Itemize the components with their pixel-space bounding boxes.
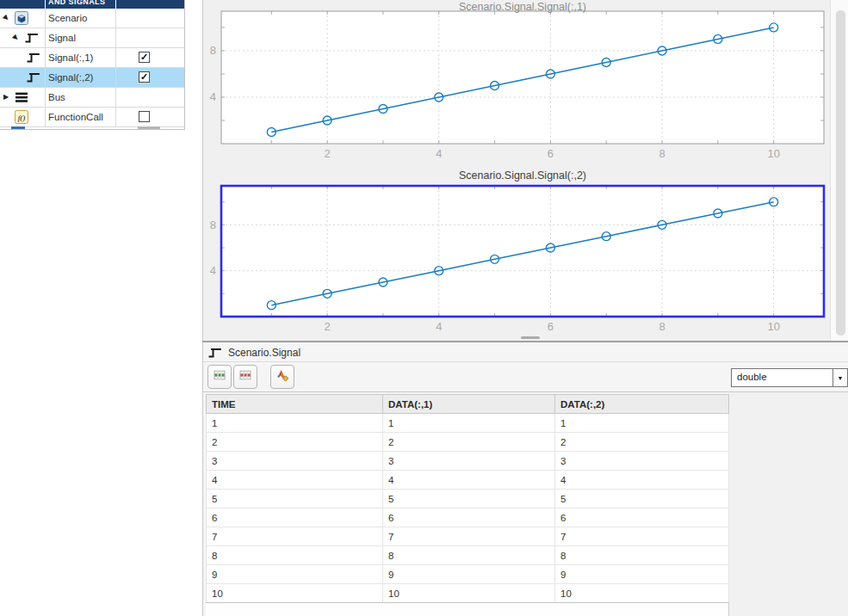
tree-row-functioncall[interactable]: f()FunctionCall [0,108,184,127]
table-cell[interactable]: 6 [555,508,729,527]
table-column-header[interactable]: TIME [207,395,383,414]
signal-step-icon [27,71,40,84]
tree-row-check-cell [116,108,184,126]
signal-inspector-panel: Scenario.Signal double ▼ TIMEDATA(:,1)DA… [202,342,848,616]
table-column-header[interactable]: DATA(:,1) [383,395,555,414]
table-cell[interactable]: 10 [207,584,383,603]
splitter-grip-icon[interactable] [521,336,540,339]
scenarios-and-signals-tree: AND SIGNALS ▶Scenario▶SignalSignal(:,1)✓… [0,0,185,130]
table-cell[interactable]: 8 [383,546,555,565]
expander-expanded-icon[interactable]: ▶ [2,14,10,22]
tree-row-icons [0,68,46,87]
tree-row-label: FunctionCall [46,108,116,126]
tree-row-label: Signal [46,28,116,47]
tree-row-check-cell [116,88,184,107]
table-cell[interactable]: 4 [555,471,729,490]
table-cell[interactable]: 6 [207,508,383,527]
tree-row-signal-1-[interactable]: Signal(:,1)✓ [0,48,184,68]
table-cell[interactable]: 1 [207,414,383,433]
table-row: 666 [207,508,729,527]
scenario-cube-icon [15,11,28,25]
tree-row-bus[interactable]: ▶Bus [0,88,184,108]
function-call-icon: f() [15,110,28,124]
svg-text:4: 4 [210,264,216,277]
table-row: 333 [207,452,729,471]
svg-text:8: 8 [659,320,665,333]
plot-panel-scrollbar[interactable] [830,0,848,341]
matlab-plus-icon [275,368,289,382]
table-cell[interactable]: 7 [383,527,555,546]
table-cell[interactable]: 5 [555,490,729,508]
clipped-row-fragment [11,126,25,129]
tree-row-icons: f() [0,108,46,126]
table-cell[interactable]: 2 [555,433,729,452]
table-cell[interactable]: 7 [555,527,729,546]
table-cell[interactable]: 8 [555,546,729,565]
svg-text:4: 4 [210,90,216,103]
tree-row-icons: ▶ [0,9,46,28]
insert-row-button[interactable] [207,365,232,389]
tree-row-icons: ▶ [0,88,46,107]
delete-row-button[interactable] [233,365,257,389]
table-cell[interactable]: 5 [383,490,555,508]
table-cell[interactable]: 3 [383,452,555,471]
table-side-filler [728,392,848,616]
table-cell[interactable]: 2 [207,433,383,452]
table-cell[interactable]: 9 [383,565,555,584]
table-cell[interactable]: 1 [383,414,555,433]
divider [203,361,848,362]
scrollbar-thumb[interactable] [836,10,845,336]
signal-data-table: TIMEDATA(:,1)DATA(:,2) 11122233344455566… [206,394,729,603]
datatype-value: double [737,372,767,382]
table-cell[interactable]: 7 [207,527,383,546]
signal-editor-window: AND SIGNALS ▶Scenario▶SignalSignal(:,1)✓… [0,0,848,616]
tree-row-signal[interactable]: ▶Signal [0,28,184,48]
chevron-down-icon[interactable]: ▼ [833,369,847,386]
clipped-row-fragment [138,126,160,129]
table-cell[interactable]: 10 [555,584,729,603]
table-cell[interactable]: 9 [555,565,729,584]
breadcrumb: Scenario.Signal [208,345,300,360]
table-empty-area [206,602,728,616]
table-cell[interactable]: 4 [207,471,383,490]
table-column-header[interactable]: DATA(:,2) [555,395,729,414]
table-cell[interactable]: 1 [555,414,729,433]
signal-step-icon [27,51,40,65]
expander-expanded-icon[interactable]: ▶ [11,34,20,42]
table-cell[interactable]: 2 [383,433,555,452]
tree-row-signal-2-[interactable]: Signal(:,2)✓ [0,68,184,88]
checkbox-checked[interactable]: ✓ [139,71,150,83]
svg-text:8: 8 [210,219,216,231]
svg-text:2: 2 [325,147,331,160]
datatype-dropdown[interactable]: double ▼ [731,368,848,387]
chart-svg: 24681048Scenario.Signal.Signal(:,2) [203,169,830,337]
checkbox-unchecked[interactable] [139,111,150,122]
tree-row-icons: ▶ [0,28,46,47]
svg-text:6: 6 [548,320,554,333]
svg-text:f(): f() [18,114,26,122]
svg-text:8: 8 [210,44,216,57]
tree-row-scenario[interactable]: ▶Scenario [0,9,184,28]
checkbox-checked[interactable]: ✓ [139,52,150,63]
table-cell[interactable]: 3 [555,452,729,471]
chart-svg: 24681048Scenario.Signal.Signal(:,1) [203,0,830,165]
table-row: 777 [207,527,729,546]
table-cell[interactable]: 8 [207,546,383,565]
table-cell[interactable]: 6 [383,508,555,527]
signal-plot-1[interactable]: 24681048Scenario.Signal.Signal(:,1) [203,0,830,165]
table-row: 555 [207,490,729,508]
svg-text:10: 10 [767,320,779,333]
table-cell[interactable]: 4 [383,471,555,490]
svg-text:8: 8 [659,147,665,160]
signal-plot-2[interactable]: 24681048Scenario.Signal.Signal(:,2) [203,169,830,337]
expander-collapsed-icon[interactable]: ▶ [3,94,9,101]
table-cell[interactable]: 10 [383,584,555,603]
table-cell[interactable]: 9 [207,565,383,584]
table-row: 999 [207,565,729,584]
tree-row-label: Signal(:,1) [46,48,116,67]
matlab-add-button[interactable] [270,365,294,389]
table-cell[interactable]: 3 [207,452,383,471]
tree-row-check-cell [116,9,184,28]
tree-header: AND SIGNALS [0,0,184,9]
table-cell[interactable]: 5 [207,490,383,508]
